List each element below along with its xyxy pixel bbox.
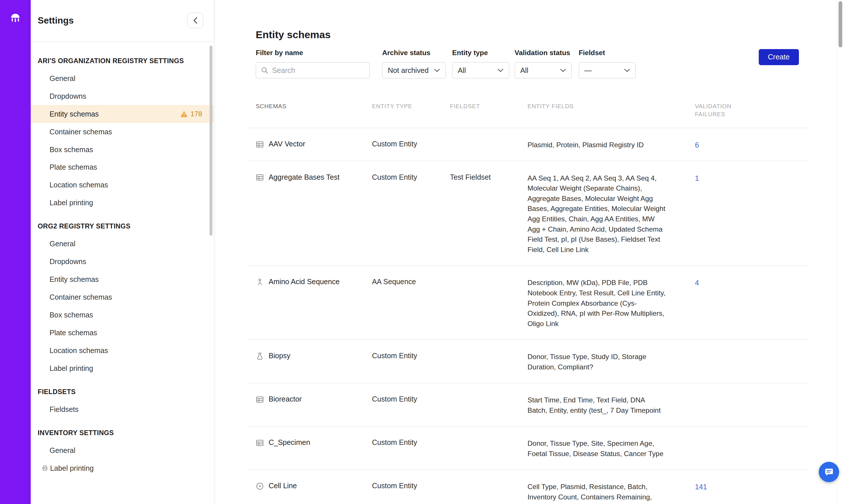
- sidebar-item-label: Container schemas: [50, 128, 112, 136]
- sidebar-item-label: Location schemas: [50, 346, 108, 355]
- schema-entity-fields: Cell Type, Plasmid, Resistance, Batch, I…: [528, 482, 682, 504]
- sidebar-item-dropdowns[interactable]: Dropdowns: [31, 253, 214, 271]
- archive-status-select[interactable]: Not archived: [382, 62, 446, 78]
- sidebar-item-container-schemas[interactable]: Container schemas: [31, 288, 214, 306]
- sidebar-item-label-printing[interactable]: Label printing: [31, 359, 214, 377]
- table-grid-icon: [256, 140, 264, 148]
- sidebar-item-general[interactable]: General: [31, 442, 214, 460]
- archive-status-value: Not archived: [388, 66, 429, 75]
- schema-entity-type: Custom Entity: [372, 482, 450, 490]
- table-row[interactable]: Amino Acid Sequence AA Sequence Descript…: [247, 266, 808, 340]
- sidebar-item-label: Box schemas: [50, 311, 93, 319]
- chevron-down-icon: [560, 69, 566, 72]
- printer-icon: [42, 465, 48, 471]
- sidebar-item-box-schemas[interactable]: Box schemas: [31, 306, 214, 324]
- app-root: Settings ARI'S ORGANIZATION REGISTRY SET…: [0, 0, 844, 504]
- create-button[interactable]: Create: [759, 49, 799, 65]
- sidebar-item-label: Location schemas: [50, 181, 108, 189]
- sidebar-item-label: Label printing: [50, 464, 94, 472]
- biopsy-icon: [256, 352, 264, 360]
- entity-type-select[interactable]: All: [452, 62, 509, 78]
- table-row[interactable]: Aggregate Bases Test Custom Entity Test …: [247, 161, 808, 266]
- section-inventory-settings: INVENTORY SETTINGS General Label printin…: [31, 421, 214, 477]
- chat-bubble-icon: [824, 467, 834, 477]
- entity-type-group: Entity type All: [452, 49, 509, 78]
- sidebar-item-location-schemas[interactable]: Location schemas: [31, 342, 214, 359]
- sidebar-item-label: General: [50, 240, 75, 248]
- validation-failures-link[interactable]: 1: [695, 174, 699, 182]
- settings-nav: ARI'S ORGANIZATION REGISTRY SETTINGS Gen…: [31, 41, 214, 504]
- sidebar-item-entity-schemas[interactable]: Entity schemas 178: [31, 105, 214, 123]
- table-row[interactable]: Cell Line Custom Entity Cell Type, Plasm…: [247, 470, 808, 504]
- fieldset-select[interactable]: —: [579, 62, 636, 78]
- sidebar-item-general[interactable]: General: [31, 70, 214, 88]
- schema-name: Cell Line: [269, 482, 297, 490]
- warning-triangle-icon: [180, 110, 188, 118]
- sidebar-item-label: Dropdowns: [50, 257, 86, 266]
- help-chat-button[interactable]: [819, 462, 839, 482]
- schema-name: Bioreactor: [269, 395, 302, 403]
- sidebar-item-label: General: [50, 74, 75, 83]
- jellyfish-logo-icon: [8, 12, 22, 26]
- validation-status-select[interactable]: All: [515, 62, 572, 78]
- section-header-inventory: INVENTORY SETTINGS: [31, 421, 214, 442]
- sidebar-item-location-schemas[interactable]: Location schemas: [31, 176, 214, 194]
- table-row[interactable]: C_Specimen Custom Entity Donor, Tissue T…: [247, 427, 808, 470]
- validation-failures-link[interactable]: 141: [695, 483, 707, 491]
- sidebar-item-dropdowns[interactable]: Dropdowns: [31, 88, 214, 105]
- schema-entity-fields: Donor, Tissue Type, Study ID, Storage Du…: [528, 352, 682, 372]
- schema-entity-type: Custom Entity: [372, 140, 450, 148]
- sidebar-item-label: Entity schemas: [50, 275, 99, 284]
- table-row[interactable]: Bioreactor Custom Entity Start Time, End…: [247, 383, 808, 427]
- table-row[interactable]: AAV Vector Custom Entity Plasmid, Protei…: [247, 128, 808, 161]
- sidebar-item-entity-schemas[interactable]: Entity schemas: [31, 271, 214, 288]
- schema-entity-type: Custom Entity: [372, 173, 450, 181]
- sidebar-item-plate-schemas[interactable]: Plate schemas: [31, 158, 214, 176]
- validation-status-group: Validation status All: [515, 49, 572, 78]
- entity-type-value: All: [458, 66, 466, 75]
- vertical-scrollbar-track: [837, 0, 844, 504]
- benchling-logo[interactable]: [8, 12, 22, 26]
- fieldset-label: Fieldset: [579, 49, 636, 57]
- page-title: Entity schemas: [256, 29, 808, 41]
- archive-status-label: Archive status: [382, 49, 446, 57]
- badge-count: 178: [190, 110, 202, 118]
- sidebar-item-label: General: [50, 446, 75, 455]
- search-input[interactable]: [272, 66, 364, 75]
- sidebar-item-label-printing[interactable]: Label printing: [31, 460, 214, 477]
- sidebar-item-label-printing[interactable]: Label printing: [31, 194, 214, 212]
- fieldset-group: Fieldset —: [579, 49, 636, 78]
- cell-line-icon: [256, 482, 264, 490]
- collapse-panel-button[interactable]: [187, 13, 203, 28]
- table-header-row: SCHEMAS ENTITY TYPE FIELDSET ENTITY FIEL…: [247, 102, 808, 128]
- table-row[interactable]: Biopsy Custom Entity Donor, Tissue Type,…: [247, 340, 808, 383]
- sidebar-item-general[interactable]: General: [31, 235, 214, 253]
- sidebar-item-plate-schemas[interactable]: Plate schemas: [31, 324, 214, 342]
- entity-schemas-page: Entity schemas Filter by name Archive st…: [214, 0, 844, 504]
- filter-by-name-label: Filter by name: [256, 49, 370, 57]
- chevron-down-icon: [434, 69, 440, 72]
- column-header-entity-type: ENTITY TYPE: [372, 102, 450, 110]
- schema-entity-type: Custom Entity: [372, 438, 450, 447]
- schema-entity-fields: Plasmid, Protein, Plasmid Registry ID: [528, 140, 682, 150]
- schema-fieldset: Test Fieldset: [450, 173, 528, 181]
- panel-scrollbar-thumb[interactable]: [210, 46, 212, 236]
- sidebar-item-fieldsets[interactable]: Fieldsets: [31, 400, 214, 418]
- schema-entity-fields: Donor, Tissue Type, Site, Specimen Age, …: [528, 438, 682, 458]
- sidebar-item-label: Fieldsets: [50, 405, 79, 414]
- vertical-scrollbar-thumb[interactable]: [839, 1, 842, 47]
- sidebar-item-label: Plate schemas: [50, 329, 97, 337]
- settings-title: Settings: [38, 15, 74, 26]
- sidebar-item-container-schemas[interactable]: Container schemas: [31, 123, 214, 141]
- filter-bar: Filter by name Archive status Not archiv…: [256, 49, 808, 78]
- validation-failures-link[interactable]: 4: [695, 279, 699, 287]
- schema-entity-fields: Start Time, End Time, Text Field, DNA Ba…: [528, 395, 682, 415]
- schema-name: Amino Acid Sequence: [269, 277, 340, 286]
- filter-by-name-group: Filter by name: [256, 49, 370, 78]
- sidebar-item-label: Container schemas: [50, 293, 112, 301]
- validation-failures-link[interactable]: 6: [695, 141, 699, 149]
- schema-name: Aggregate Bases Test: [269, 173, 340, 181]
- sidebar-item-box-schemas[interactable]: Box schemas: [31, 141, 214, 158]
- sidebar-item-label: Dropdowns: [50, 92, 86, 101]
- schema-entity-type: AA Sequence: [372, 277, 450, 286]
